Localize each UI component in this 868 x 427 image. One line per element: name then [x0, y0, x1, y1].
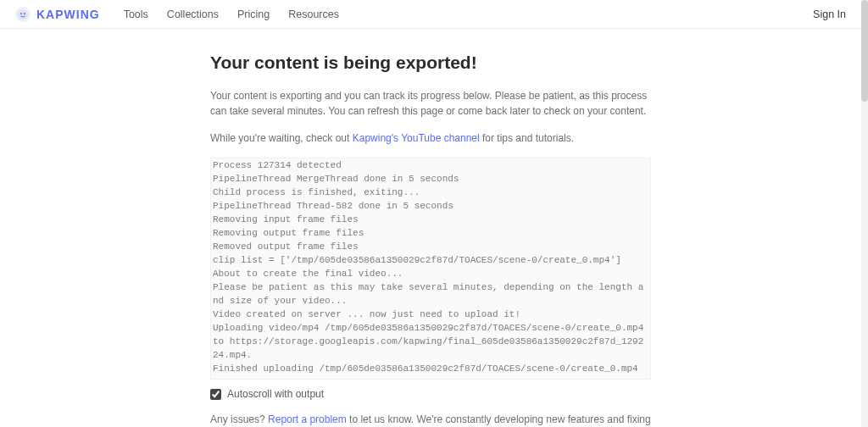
log-line: PipelineThread MergeThread done in 5 sec… [213, 172, 648, 186]
page-viewport[interactable]: KAPWING Tools Collections Pricing Resour… [0, 0, 861, 427]
page-scrollbar-thumb[interactable] [861, 0, 868, 102]
top-nav: KAPWING Tools Collections Pricing Resour… [0, 0, 861, 29]
waiting-tip-suffix: for tips and tutorials. [480, 132, 574, 144]
nav-links: Tools Collections Pricing Resources [124, 8, 339, 20]
brand-logo-icon [15, 7, 31, 22]
log-line: Removed output frame files [213, 240, 648, 253]
export-description: Your content is exporting and you can tr… [210, 88, 651, 119]
brand[interactable]: KAPWING [15, 7, 100, 22]
autoscroll-checkbox[interactable] [210, 389, 221, 400]
log-line: Process 127314 detected [213, 158, 648, 172]
report-prefix: Any issues? [210, 413, 268, 425]
svg-point-0 [18, 9, 28, 19]
log-line: Removing input frame files [213, 213, 648, 226]
waiting-tip-prefix: While you're waiting, check out [210, 132, 353, 144]
log-line: clip list = ['/tmp/605de03586a1350029c2f… [213, 253, 648, 267]
waiting-tip: While you're waiting, check out Kapwing'… [210, 130, 651, 146]
svg-point-2 [24, 13, 25, 14]
brand-name: KAPWING [36, 8, 100, 21]
page-scrollbar-track[interactable] [861, 0, 868, 427]
nav-link-resources[interactable]: Resources [288, 8, 339, 20]
svg-point-1 [20, 13, 22, 14]
nav-link-tools[interactable]: Tools [124, 8, 148, 20]
page-title: Your content is being exported! [210, 53, 651, 73]
autoscroll-label: Autoscroll with output [227, 388, 324, 400]
youtube-link[interactable]: Kapwing's YouTube channel [353, 132, 480, 144]
main-container: Your content is being exported! Your con… [210, 29, 651, 427]
nav-link-pricing[interactable]: Pricing [237, 8, 270, 20]
log-line: About to create the final video... [213, 267, 648, 280]
signin-link[interactable]: Sign In [813, 8, 846, 20]
autoscroll-row[interactable]: Autoscroll with output [210, 388, 651, 400]
log-line: PipelineThread Thread-582 done in 5 seco… [213, 199, 648, 213]
report-row: Any issues? Report a problem to let us k… [210, 413, 651, 427]
nav-link-collections[interactable]: Collections [167, 8, 219, 20]
log-line: Child process is finished, exiting... [213, 186, 648, 199]
log-line: Removing output frame files [213, 226, 648, 240]
log-line: Finished uploading /tmp/605de03586a13500… [213, 362, 648, 375]
export-log[interactable]: spawned...Process 127314 detectedPipelin… [210, 158, 651, 380]
log-line: Please be patient as this may take sever… [213, 280, 648, 308]
log-line: Video created on server ... now just nee… [213, 308, 648, 321]
log-line: Uploading video/mp4 /tmp/605de03586a1350… [213, 321, 648, 362]
report-problem-link[interactable]: Report a problem [268, 413, 347, 425]
